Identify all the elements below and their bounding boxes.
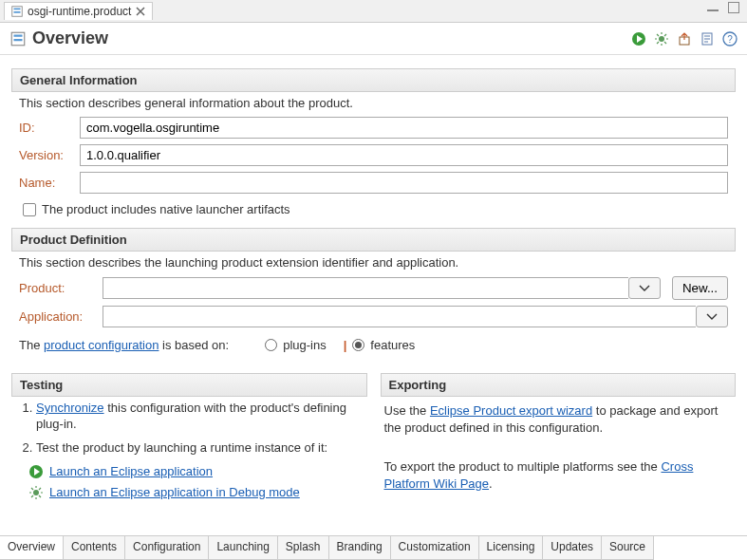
section-general-header: General Information: [11, 68, 736, 92]
product-dropdown-button[interactable]: [628, 277, 661, 299]
svg-text:?: ?: [727, 34, 733, 45]
minimize-icon[interactable]: [707, 6, 719, 11]
svg-point-7: [659, 36, 664, 42]
config-text: The product configuration is based on:: [19, 338, 229, 352]
tab-updates[interactable]: Updates: [543, 536, 602, 560]
section-general-desc: This section describes general informati…: [11, 92, 736, 114]
debug-icon[interactable]: [654, 31, 669, 47]
tab-splash[interactable]: Splash: [278, 536, 329, 560]
editor-tab-title: osgi-runtime.product: [28, 5, 131, 18]
svg-rect-2: [14, 11, 21, 13]
svg-rect-4: [14, 34, 23, 36]
export-icon[interactable]: [677, 31, 692, 47]
id-field[interactable]: [80, 117, 728, 139]
section-productdef-desc: This section describes the launching pro…: [11, 252, 736, 273]
plugins-radio[interactable]: [265, 339, 277, 351]
id-label: ID:: [19, 121, 74, 135]
help-icon[interactable]: ?: [722, 31, 738, 47]
version-label: Version:: [19, 148, 74, 162]
debug-icon: [28, 485, 44, 500]
tab-overview[interactable]: Overview: [0, 536, 64, 560]
chevron-down-icon: [639, 285, 650, 292]
tab-branding[interactable]: Branding: [329, 536, 391, 560]
section-productdef-header: Product Definition: [11, 228, 736, 252]
product-file-icon: [10, 5, 24, 18]
product-file-icon: [9, 30, 27, 47]
toolbar: ?: [631, 31, 738, 47]
native-launcher-label: The product includes native launcher art…: [42, 202, 290, 216]
tab-licensing[interactable]: Licensing: [479, 536, 544, 560]
version-field[interactable]: [80, 144, 728, 166]
run-icon[interactable]: [631, 31, 646, 47]
application-combo[interactable]: [103, 306, 696, 327]
export-wizard-link[interactable]: Eclipse Product export wizard: [430, 403, 592, 418]
tab-configuration[interactable]: Configuration: [125, 536, 209, 560]
product-configuration-link[interactable]: product configuration: [44, 338, 159, 352]
tab-source[interactable]: Source: [602, 536, 654, 560]
svg-rect-5: [14, 39, 23, 41]
application-label: Application:: [19, 309, 97, 324]
page-title: Overview: [32, 28, 108, 48]
editor-tab-bar: osgi-runtime.product: [0, 0, 747, 23]
new-product-button[interactable]: New...: [672, 276, 728, 300]
svg-rect-1: [14, 9, 21, 10]
tab-launching[interactable]: Launching: [209, 536, 277, 560]
launch-run-link[interactable]: Launch an Eclipse application: [49, 464, 213, 478]
synchronize-link[interactable]: Synchronize: [36, 401, 104, 415]
tab-contents[interactable]: Contents: [64, 536, 125, 560]
tab-customization[interactable]: Customization: [391, 536, 479, 560]
editor-tab[interactable]: osgi-runtime.product: [4, 2, 153, 20]
chevron-down-icon: [706, 313, 718, 321]
svg-point-13: [33, 490, 39, 495]
plugins-radio-label: plug-ins: [283, 338, 327, 352]
features-radio-label: features: [370, 338, 415, 352]
validate-icon[interactable]: [700, 31, 715, 47]
bottom-tab-bar: Overview Contents Configuration Launchin…: [0, 535, 747, 560]
testing-step-2: Test the product by launching a runtime …: [36, 440, 367, 457]
name-field[interactable]: [80, 172, 728, 194]
name-label: Name:: [19, 176, 74, 190]
content-area: General Information This section describ…: [0, 55, 747, 530]
features-radio[interactable]: [352, 339, 364, 351]
run-icon: [28, 464, 44, 479]
maximize-icon[interactable]: [728, 2, 739, 13]
product-label: Product:: [19, 281, 97, 295]
application-dropdown-button[interactable]: [696, 306, 728, 327]
native-launcher-checkbox[interactable]: [23, 203, 36, 216]
close-icon[interactable]: [135, 6, 146, 17]
testing-step-1: Synchronize this configuration with the …: [36, 401, 367, 433]
product-combo[interactable]: [103, 277, 628, 299]
launch-debug-link[interactable]: Launch an Eclipse application in Debug m…: [49, 485, 300, 499]
section-exporting-header: Exporting: [381, 373, 737, 397]
window-controls: [707, 2, 739, 13]
section-testing-header: Testing: [11, 373, 367, 397]
page-header: Overview ?: [0, 23, 747, 55]
